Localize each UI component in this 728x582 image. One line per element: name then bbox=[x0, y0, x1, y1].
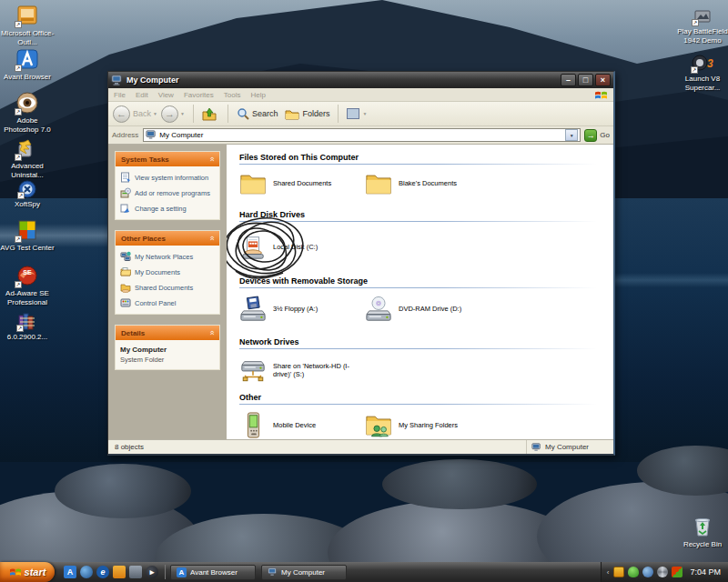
menu-view[interactable]: View bbox=[158, 91, 174, 99]
my-computer-icon bbox=[111, 75, 123, 85]
quicklaunch-gray-app-icon[interactable] bbox=[129, 566, 142, 578]
shortcut-arrow-icon: ↗ bbox=[15, 21, 22, 28]
quicklaunch-orange-app-icon[interactable] bbox=[113, 566, 126, 578]
task-change-a-setting[interactable]: Change a setting bbox=[120, 203, 215, 214]
taskbar-task-avant-browser[interactable]: A Avant Browser bbox=[170, 565, 256, 580]
folder-content: Files Stored on This Computer Shared Doc… bbox=[227, 145, 613, 439]
shortcut-arrow-icon: ↗ bbox=[15, 108, 22, 115]
menu-favorites[interactable]: Favorites bbox=[184, 91, 214, 99]
tray-volume-icon[interactable] bbox=[657, 567, 668, 577]
dvd-drive-icon bbox=[365, 296, 392, 323]
folders-button[interactable]: Folders bbox=[285, 108, 329, 120]
item-floppy-a[interactable]: 3½ Floppy (A:) bbox=[239, 296, 365, 323]
item-mobile-device[interactable]: Mobile Device bbox=[239, 412, 365, 439]
shortcut-arrow-icon: ↗ bbox=[15, 154, 22, 161]
item-blakes-documents[interactable]: Blake's Documents bbox=[365, 172, 490, 196]
task-view-system-information[interactable]: View system information bbox=[120, 172, 215, 183]
change-setting-icon bbox=[120, 203, 131, 214]
place-shared-documents[interactable]: Shared Documents bbox=[120, 282, 215, 293]
quick-launch: A e ▸ bbox=[62, 566, 160, 578]
item-network-share-s[interactable]: Share on 'Network-HD (I-drive)' (S:) bbox=[239, 356, 394, 384]
xoftspy-icon: ↗ bbox=[18, 180, 36, 198]
desktop-icon-outlook[interactable]: ↗ Microsoft Office-Outl... bbox=[0, 4, 55, 46]
forward-dropdown-icon[interactable]: ▼ bbox=[180, 111, 185, 116]
tray-chevron-icon[interactable]: ‹ bbox=[607, 568, 610, 577]
item-shared-documents[interactable]: Shared Documents bbox=[239, 172, 365, 196]
system-tasks-header[interactable]: System Tasks » bbox=[116, 152, 219, 166]
place-my-documents[interactable]: My Documents bbox=[120, 266, 215, 277]
back-label: Back bbox=[133, 109, 151, 118]
menu-file[interactable]: File bbox=[114, 91, 126, 99]
up-button[interactable] bbox=[202, 107, 219, 121]
desktop-icon-battlefield[interactable]: ↗ Play BattleField 1942 Demo bbox=[675, 7, 728, 45]
tray-orange-icon[interactable] bbox=[613, 567, 624, 577]
desktop-icon-v8-supercar[interactable]: 3 ↗ Launch V8 Supercar... bbox=[675, 53, 728, 92]
section-title: Network Drives bbox=[239, 337, 608, 346]
search-button[interactable]: Search bbox=[237, 107, 278, 120]
menu-help[interactable]: Help bbox=[250, 91, 265, 99]
go-button[interactable]: → Go bbox=[584, 129, 610, 142]
desktop-icon-label: AVG Test Center bbox=[0, 244, 55, 253]
tray-network-icon[interactable] bbox=[642, 567, 653, 577]
sharing-folders-icon bbox=[365, 413, 392, 438]
details-header[interactable]: Details » bbox=[116, 326, 219, 340]
my-computer-icon bbox=[146, 130, 157, 140]
desktop-icon-photoshop[interactable]: ↗ Adobe Photoshop 7.0 bbox=[0, 91, 55, 134]
network-drive-icon bbox=[239, 356, 267, 384]
place-my-network-places[interactable]: My Network Places bbox=[120, 251, 215, 262]
avg-icon: ↗ bbox=[15, 218, 39, 242]
other-places-header[interactable]: Other Places » bbox=[116, 231, 219, 246]
address-input[interactable]: My Computer ▼ bbox=[143, 128, 581, 142]
minimize-button[interactable]: – bbox=[561, 74, 576, 86]
desktop-icon-recycle-bin[interactable]: Recycle Bin bbox=[675, 515, 728, 549]
quicklaunch-msn-icon[interactable] bbox=[80, 566, 93, 578]
menu-edit[interactable]: Edit bbox=[136, 91, 148, 99]
tray-avg-icon[interactable] bbox=[672, 567, 682, 577]
avant-browser-icon: ↗ bbox=[15, 47, 39, 71]
recycle-bin-icon bbox=[691, 515, 714, 538]
folder-icon bbox=[239, 172, 267, 196]
desktop-icon-adaware[interactable]: SE ↗ Ad-Aware SE Professional bbox=[0, 264, 55, 306]
tray-messenger-icon[interactable] bbox=[628, 567, 639, 577]
views-button[interactable]: ▼ bbox=[347, 108, 370, 119]
item-dvd-ram-d[interactable]: DVD-RAM Drive (D:) bbox=[365, 296, 490, 323]
close-button[interactable]: × bbox=[595, 74, 611, 86]
forward-button[interactable]: → bbox=[161, 105, 178, 123]
winrar-icon: ↗ bbox=[17, 313, 37, 331]
back-button[interactable]: ← bbox=[113, 105, 130, 123]
shortcut-arrow-icon: ↗ bbox=[15, 281, 22, 288]
shortcut-arrow-icon: ↗ bbox=[15, 65, 22, 72]
desktop-icon-label: Launch V8 Supercar... bbox=[675, 75, 728, 92]
svg-text:3: 3 bbox=[707, 57, 713, 70]
section-title: Other bbox=[239, 393, 608, 402]
taskbar-task-my-computer[interactable]: My Computer bbox=[261, 565, 347, 580]
desktop-icon-winrar-build[interactable]: ↗ 6.0.2900.2... bbox=[0, 313, 55, 342]
taskbar-clock[interactable]: 7:04 PM bbox=[690, 567, 721, 577]
window-titlebar[interactable]: My Computer – □ × bbox=[108, 72, 613, 88]
desktop-icon-advanced-uninstaller[interactable]: ↗ Advanced Uninstal... bbox=[0, 136, 55, 179]
system-info-icon bbox=[120, 172, 131, 183]
address-dropdown-button[interactable]: ▼ bbox=[565, 129, 578, 141]
collapse-chevron-icon[interactable]: » bbox=[207, 156, 216, 161]
place-control-panel[interactable]: Control Panel bbox=[120, 297, 215, 308]
menu-bar: File Edit View Favorites Tools Help bbox=[108, 88, 613, 102]
task-add-remove-programs[interactable]: Add or remove programs bbox=[120, 187, 215, 198]
quicklaunch-media-player-icon[interactable]: ▸ bbox=[146, 566, 158, 578]
maximize-button[interactable]: □ bbox=[578, 74, 593, 86]
quicklaunch-avant-icon[interactable]: A bbox=[64, 566, 76, 578]
desktop-icon-avg[interactable]: ↗ AVG Test Center bbox=[0, 218, 55, 253]
collapse-chevron-icon[interactable]: » bbox=[207, 330, 216, 335]
desktop-icon-avant[interactable]: ↗ Avant Browser bbox=[0, 47, 55, 82]
start-button[interactable]: start bbox=[0, 562, 55, 582]
details-item-name: My Computer bbox=[120, 346, 215, 354]
advanced-uninstaller-icon: ↗ bbox=[15, 136, 39, 160]
desktop-icon-xoftspy[interactable]: ↗ XoftSpy bbox=[0, 180, 55, 209]
collapse-chevron-icon[interactable]: » bbox=[207, 236, 216, 240]
item-my-sharing-folders[interactable]: My Sharing Folders bbox=[365, 412, 490, 439]
quicklaunch-internet-explorer-icon[interactable]: e bbox=[96, 566, 109, 578]
menu-tools[interactable]: Tools bbox=[224, 91, 241, 99]
back-dropdown-icon[interactable]: ▼ bbox=[153, 111, 157, 116]
shortcut-arrow-icon: ↗ bbox=[692, 19, 699, 26]
item-local-disk-c[interactable]: Local Disk (C:) bbox=[239, 229, 365, 266]
up-folder-icon bbox=[202, 107, 217, 121]
